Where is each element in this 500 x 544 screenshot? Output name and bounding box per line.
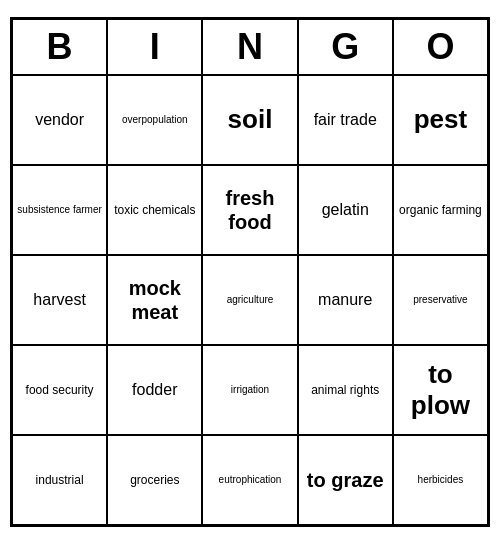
cell-text-0-0: vendor	[35, 110, 84, 129]
cell-text-4-3: to graze	[307, 468, 384, 492]
grid-row-0: vendoroverpopulationsoilfair tradepest	[12, 75, 488, 165]
cell-text-1-3: gelatin	[322, 200, 369, 219]
header-letter-o: O	[393, 19, 488, 75]
header-letter-b: B	[12, 19, 107, 75]
cell-2-2: agriculture	[202, 255, 297, 345]
cell-1-3: gelatin	[298, 165, 393, 255]
cell-text-0-3: fair trade	[314, 110, 377, 129]
cell-text-2-2: agriculture	[227, 294, 274, 306]
cell-3-2: irrigation	[202, 345, 297, 435]
grid-row-3: food securityfodderirrigationanimal righ…	[12, 345, 488, 435]
cell-0-1: overpopulation	[107, 75, 202, 165]
cell-4-1: groceries	[107, 435, 202, 525]
grid-row-4: industrialgrocerieseutrophicationto graz…	[12, 435, 488, 525]
grid-row-1: subsistence farmertoxic chemicalsfresh f…	[12, 165, 488, 255]
cell-4-2: eutrophication	[202, 435, 297, 525]
cell-1-1: toxic chemicals	[107, 165, 202, 255]
header-letter-g: G	[298, 19, 393, 75]
cell-2-1: mock meat	[107, 255, 202, 345]
cell-text-1-2: fresh food	[207, 186, 292, 234]
cell-2-3: manure	[298, 255, 393, 345]
cell-0-0: vendor	[12, 75, 107, 165]
cell-text-1-1: toxic chemicals	[114, 203, 195, 217]
cell-0-4: pest	[393, 75, 488, 165]
cell-text-3-0: food security	[26, 383, 94, 397]
cell-1-4: organic farming	[393, 165, 488, 255]
header-letter-i: I	[107, 19, 202, 75]
cell-3-0: food security	[12, 345, 107, 435]
bingo-card: BINGO vendoroverpopulationsoilfair trade…	[10, 17, 490, 527]
grid-row-2: harvestmock meatagriculturemanurepreserv…	[12, 255, 488, 345]
cell-0-2: soil	[202, 75, 297, 165]
cell-4-0: industrial	[12, 435, 107, 525]
header-letter-n: N	[202, 19, 297, 75]
cell-text-4-2: eutrophication	[219, 474, 282, 486]
cell-2-0: harvest	[12, 255, 107, 345]
cell-text-4-4: herbicides	[418, 474, 464, 486]
cell-4-3: to graze	[298, 435, 393, 525]
header-row: BINGO	[12, 19, 488, 75]
bingo-grid: vendoroverpopulationsoilfair tradepestsu…	[12, 75, 488, 525]
cell-1-0: subsistence farmer	[12, 165, 107, 255]
cell-text-3-3: animal rights	[311, 383, 379, 397]
cell-text-1-4: organic farming	[399, 203, 482, 217]
cell-text-2-1: mock meat	[112, 276, 197, 324]
cell-2-4: preservative	[393, 255, 488, 345]
cell-text-2-0: harvest	[33, 290, 85, 309]
cell-text-0-1: overpopulation	[122, 114, 188, 126]
cell-3-4: to plow	[393, 345, 488, 435]
cell-0-3: fair trade	[298, 75, 393, 165]
cell-text-3-4: to plow	[398, 359, 483, 421]
cell-text-1-0: subsistence farmer	[17, 204, 101, 216]
cell-text-2-4: preservative	[413, 294, 467, 306]
cell-text-2-3: manure	[318, 290, 372, 309]
cell-1-2: fresh food	[202, 165, 297, 255]
cell-text-0-4: pest	[414, 104, 467, 135]
cell-3-1: fodder	[107, 345, 202, 435]
cell-text-4-1: groceries	[130, 473, 179, 487]
cell-text-4-0: industrial	[36, 473, 84, 487]
cell-text-3-1: fodder	[132, 380, 177, 399]
cell-text-3-2: irrigation	[231, 384, 269, 396]
cell-3-3: animal rights	[298, 345, 393, 435]
cell-4-4: herbicides	[393, 435, 488, 525]
cell-text-0-2: soil	[228, 104, 273, 135]
